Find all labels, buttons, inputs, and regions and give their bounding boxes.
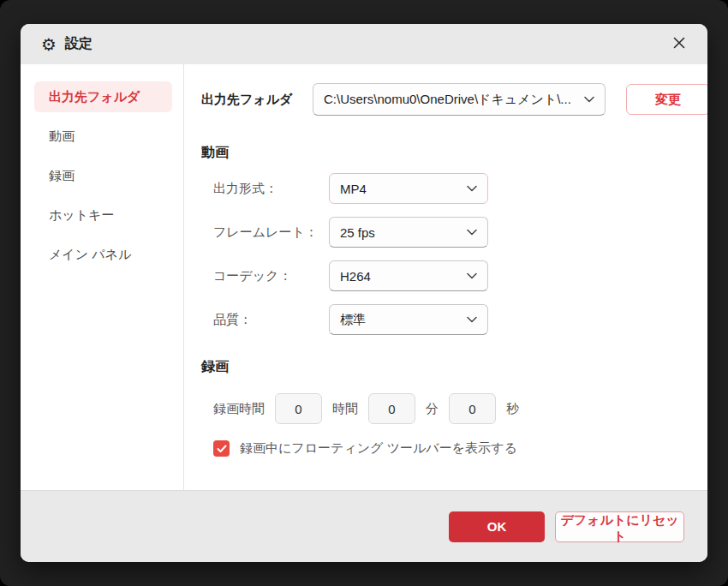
chevron-down-icon <box>584 96 594 103</box>
video-settings: 出力形式： MP4 フレームレート： 25 fps <box>201 173 707 335</box>
settings-dialog: ⚙ 設定 出力先フォルダ 動画 録画 <box>21 24 707 562</box>
quality-row: 品質： 標準 <box>201 304 707 335</box>
output-folder-dropdown[interactable]: C:\Users\nomu0\OneDrive\ドキュメント\... <box>313 83 606 116</box>
sidebar-item-label: 動画 <box>49 129 75 145</box>
seconds-input[interactable] <box>449 393 496 424</box>
record-duration-row: 録画時間 時間 分 秒 <box>201 393 707 424</box>
seconds-unit-label: 秒 <box>506 401 519 417</box>
chevron-down-icon <box>467 316 477 323</box>
reset-to-default-button[interactable]: デフォルトにリセット <box>555 511 684 542</box>
sidebar-item-hotkeys[interactable]: ホットキー <box>34 200 172 230</box>
minutes-unit-label: 分 <box>426 401 439 417</box>
record-section-title: 録画 <box>201 358 707 376</box>
framerate-value: 25 fps <box>340 225 458 240</box>
floating-toolbar-label: 録画中にフローティング ツールバーを表示する <box>240 440 517 457</box>
sidebar-item-label: 録画 <box>49 168 75 184</box>
framerate-dropdown[interactable]: 25 fps <box>329 217 488 248</box>
quality-value: 標準 <box>340 312 458 328</box>
quality-label: 品質： <box>201 312 329 328</box>
floating-toolbar-checkbox[interactable] <box>213 440 230 457</box>
output-folder-row: 出力先フォルダ C:\Users\nomu0\OneDrive\ドキュメント\.… <box>201 83 707 116</box>
output-format-row: 出力形式： MP4 <box>201 173 707 204</box>
gear-icon: ⚙ <box>41 36 57 53</box>
settings-content: 出力先フォルダ C:\Users\nomu0\OneDrive\ドキュメント\.… <box>184 64 707 490</box>
change-folder-button[interactable]: 変更 <box>626 84 707 115</box>
chevron-down-icon <box>467 229 477 236</box>
minutes-input[interactable] <box>368 393 415 424</box>
floating-toolbar-row: 録画中にフローティング ツールバーを表示する <box>201 440 707 457</box>
output-folder-label: 出力先フォルダ <box>201 92 313 108</box>
checkmark-icon <box>217 441 227 457</box>
sidebar-item-label: ホットキー <box>49 207 114 224</box>
framerate-label: フレームレート： <box>201 224 329 241</box>
dialog-title: 設定 <box>65 35 92 53</box>
sidebar-item-main-panel[interactable]: メイン パネル <box>34 239 172 270</box>
codec-label: コーデック： <box>201 268 329 284</box>
record-duration-label: 録画時間 <box>213 401 265 417</box>
sidebar-item-video[interactable]: 動画 <box>34 121 172 152</box>
settings-sidebar: 出力先フォルダ 動画 録画 ホットキー メイン パネル <box>21 64 184 490</box>
output-format-dropdown[interactable]: MP4 <box>329 173 488 204</box>
hours-unit-label: 時間 <box>332 401 358 417</box>
sidebar-item-output-folder[interactable]: 出力先フォルダ <box>34 81 172 112</box>
quality-dropdown[interactable]: 標準 <box>329 304 488 335</box>
sidebar-item-record[interactable]: 録画 <box>34 160 172 191</box>
close-button[interactable] <box>666 32 692 57</box>
output-folder-path: C:\Users\nomu0\OneDrive\ドキュメント\... <box>324 92 576 108</box>
video-section-title: 動画 <box>201 144 707 162</box>
codec-value: H264 <box>340 269 458 284</box>
hours-input[interactable] <box>275 393 322 424</box>
dialog-titlebar: ⚙ 設定 <box>21 24 707 64</box>
sidebar-item-label: 出力先フォルダ <box>49 89 140 105</box>
dialog-body: 出力先フォルダ 動画 録画 ホットキー メイン パネル <box>21 64 707 490</box>
chevron-down-icon <box>467 272 477 279</box>
framerate-row: フレームレート： 25 fps <box>201 217 707 248</box>
sidebar-item-label: メイン パネル <box>49 247 131 263</box>
output-format-value: MP4 <box>340 182 458 196</box>
app-window: ⚙ 設定 出力先フォルダ 動画 録画 <box>0 0 728 586</box>
ok-button[interactable]: OK <box>449 511 545 542</box>
output-format-label: 出力形式： <box>201 181 329 197</box>
chevron-down-icon <box>467 185 477 192</box>
codec-row: コーデック： H264 <box>201 260 707 291</box>
codec-dropdown[interactable]: H264 <box>329 260 488 291</box>
close-icon <box>672 36 686 53</box>
dialog-footer: OK デフォルトにリセット <box>21 490 707 562</box>
